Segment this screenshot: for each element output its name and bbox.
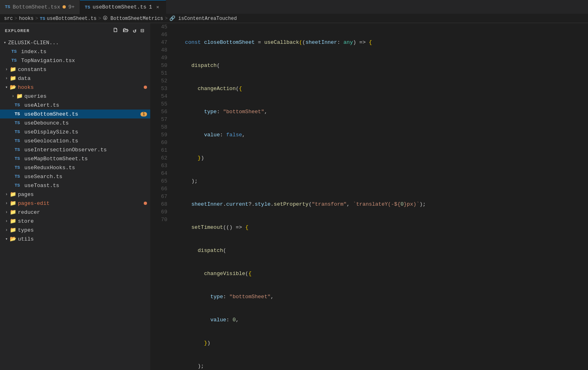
ts-file-icon: TS (15, 183, 23, 188)
code-line-58: }) (179, 339, 588, 347)
sidebar-item-usereduxhooks[interactable]: TS useReduxHooks.ts (0, 163, 150, 172)
folder-icon: 📂 (10, 84, 16, 90)
code-line-57: value: 0, (179, 316, 588, 324)
code-line-46: dispatch( (179, 62, 588, 69)
code-line-50: }) (179, 154, 588, 162)
file-label: index.ts (21, 49, 150, 55)
chevron-icon: › (3, 218, 10, 224)
breadcrumb-method[interactable]: 🔗 isContentAreaTouched (169, 15, 237, 22)
sidebar-item-usegeolocation[interactable]: TS useGeolocation.ts (0, 136, 150, 145)
breadcrumb-file[interactable]: useBottomSheet.ts (47, 16, 96, 22)
main-layout: EXPLORER 🗋 🗁 ↺ ⊟ ▾ ZELUSIK-CLIEN... TS i… (0, 23, 588, 370)
file-label: TopNavigation.tsx (21, 58, 150, 64)
sidebar-header: EXPLORER 🗋 🗁 ↺ ⊟ (0, 23, 150, 38)
folder-label: store (18, 218, 150, 224)
root-label: ZELUSIK-CLIEN... (8, 40, 59, 46)
code-line-52: sheetInner.current?.style.setProperty("t… (179, 200, 588, 208)
sidebar-item-pages[interactable]: › 📁 pages (0, 190, 150, 199)
ts-file-icon: TS (11, 58, 19, 63)
breadcrumb-hooks[interactable]: hooks (19, 16, 34, 22)
sidebar-item-utils[interactable]: ▾ 📂 utils (0, 234, 150, 243)
line-numbers: 45 46 47 48 49 50 51 52 53 54 55 56 57 5… (150, 23, 171, 370)
ts-file-icon: TS (15, 112, 23, 116)
new-folder-icon[interactable]: 🗁 (122, 26, 130, 35)
tab-badge-1: 9+ (68, 4, 75, 10)
sidebar-item-usedebounce[interactable]: TS useDebounce.ts (0, 118, 150, 127)
folder-icon: 📁 (10, 66, 16, 73)
sidebar-item-usedisplaysize[interactable]: TS useDisplaySize.ts (0, 127, 150, 136)
sidebar-item-hooks[interactable]: ▾ 📂 hooks (0, 83, 150, 92)
ts-icon-2: TS (85, 5, 90, 10)
chevron-icon: › (3, 227, 10, 233)
folder-label: data (18, 75, 150, 82)
sidebar-item-usebottomsheet[interactable]: TS useBottomSheet.ts 1 (0, 110, 150, 118)
sidebar-item-store[interactable]: › 📁 store (0, 217, 150, 226)
sidebar-item-data[interactable]: › 📁 data (0, 74, 150, 83)
sidebar-item-reducer[interactable]: › 📁 reducer (0, 208, 150, 217)
tab-close-button[interactable]: ✕ (154, 4, 161, 11)
editor-content: 45 46 47 48 49 50 51 52 53 54 55 56 57 5… (150, 23, 588, 370)
chevron-icon: › (3, 75, 10, 82)
sidebar-root-folder[interactable]: ▾ ZELUSIK-CLIEN... (0, 38, 150, 47)
ts-file-icon: TS (15, 147, 23, 152)
modified-indicator (144, 202, 147, 205)
file-label: useMapBottomSheet.ts (24, 156, 150, 162)
code-line-59: ); (179, 362, 588, 370)
chevron-icon: › (10, 93, 16, 99)
sidebar-item-topnavigation[interactable]: TS TopNavigation.tsx (0, 56, 150, 65)
chevron-icon: ▾ (3, 236, 10, 242)
sidebar-item-usealert[interactable]: TS useAlert.ts (0, 101, 150, 110)
folder-icon: 📁 (10, 227, 16, 233)
file-label: useToast.ts (24, 183, 150, 189)
ts-file-icon: TS (15, 103, 23, 108)
file-label: useIntersectionObserver.ts (24, 147, 150, 153)
breadcrumb-src[interactable]: src (4, 16, 13, 22)
sidebar-item-useintersectionobserver[interactable]: TS useIntersectionObserver.ts (0, 145, 150, 154)
breadcrumb-sep-3: > (98, 16, 101, 22)
tab-badge-2: 1 (149, 4, 152, 10)
folder-icon: 📁 (10, 191, 16, 198)
collapse-all-icon[interactable]: ⊟ (140, 26, 145, 35)
ts-file-icon: TS (15, 165, 23, 170)
new-file-icon[interactable]: 🗋 (112, 26, 119, 35)
folder-label: queries (24, 93, 150, 99)
breadcrumb-class[interactable]: ⦿ BottomSheetMetrics (103, 15, 163, 22)
ts-icon-1: TS (5, 4, 10, 9)
ts-file-icon: TS (15, 129, 23, 134)
folder-icon: 📁 (10, 75, 16, 82)
code-editor[interactable]: 45 46 47 48 49 50 51 52 53 54 55 56 57 5… (150, 23, 588, 370)
sidebar-item-usemapbottomsheet[interactable]: TS useMapBottomSheet.ts (0, 154, 150, 163)
sidebar-header-actions: 🗋 🗁 ↺ ⊟ (112, 26, 145, 35)
sidebar-item-queries[interactable]: › 📁 queries (0, 92, 150, 101)
tab-usebottomsheet-ts[interactable]: TS useBottomSheet.ts 1 ✕ (80, 0, 166, 14)
modified-indicator (144, 86, 147, 89)
sidebar-item-index-ts[interactable]: TS index.ts (0, 47, 150, 56)
ts-file-icon: TS (15, 120, 23, 125)
tab-bar: TS BottomSheet.tsx 9+ TS useBottomSheet.… (0, 0, 588, 14)
chevron-icon: › (3, 191, 10, 198)
sidebar-item-types[interactable]: › 📁 types (0, 226, 150, 234)
sidebar: EXPLORER 🗋 🗁 ↺ ⊟ ▾ ZELUSIK-CLIEN... TS i… (0, 23, 150, 370)
ts-file-icon: TS (15, 174, 23, 179)
folder-label: reducer (18, 209, 150, 215)
file-label: useGeolocation.ts (24, 138, 150, 144)
chevron-icon: › (3, 200, 10, 207)
sidebar-item-pages-edit[interactable]: › 📁 pages-edit (0, 199, 150, 208)
sidebar-item-constants[interactable]: › 📁 constants (0, 65, 150, 74)
refresh-icon[interactable]: ↺ (132, 26, 137, 35)
folder-label: constants (18, 67, 150, 73)
chevron-icon: ▾ (3, 84, 10, 90)
code-line-49: value: false, (179, 131, 588, 139)
chevron-icon: › (3, 66, 10, 73)
folder-label: pages (18, 191, 150, 198)
file-label: useAlert.ts (24, 102, 150, 108)
code-line-55: changeVisible({ (179, 270, 588, 278)
folder-icon: 📁 (10, 209, 16, 215)
folder-icon: 📂 (10, 236, 16, 242)
chevron-icon: › (3, 209, 10, 215)
code-line-56: type: "bottomSheet", (179, 293, 588, 301)
sidebar-item-usetoast[interactable]: TS useToast.ts (0, 181, 150, 190)
tab-bottomsheet-tsx[interactable]: TS BottomSheet.tsx 9+ (0, 0, 80, 14)
tab-label-2: useBottomSheet.ts (93, 4, 147, 10)
sidebar-item-usesearch[interactable]: TS useSearch.ts (0, 172, 150, 181)
